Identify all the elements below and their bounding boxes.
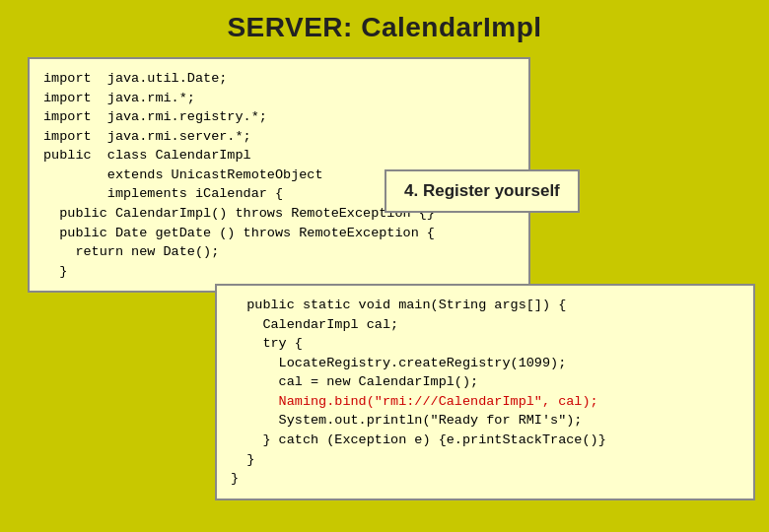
slide: SERVER: CalendarImpl import java.util.Da… [0, 0, 769, 532]
bottom-code-content: public static void main(String args[]) {… [231, 296, 739, 489]
bottom-code-box: public static void main(String args[]) {… [215, 284, 755, 500]
slide-title: SERVER: CalendarImpl [0, 0, 769, 53]
red-code-line: Naming.bind("rmi:///CalendarImpl", cal); [279, 394, 598, 409]
register-badge: 4. Register yourself [384, 169, 580, 213]
